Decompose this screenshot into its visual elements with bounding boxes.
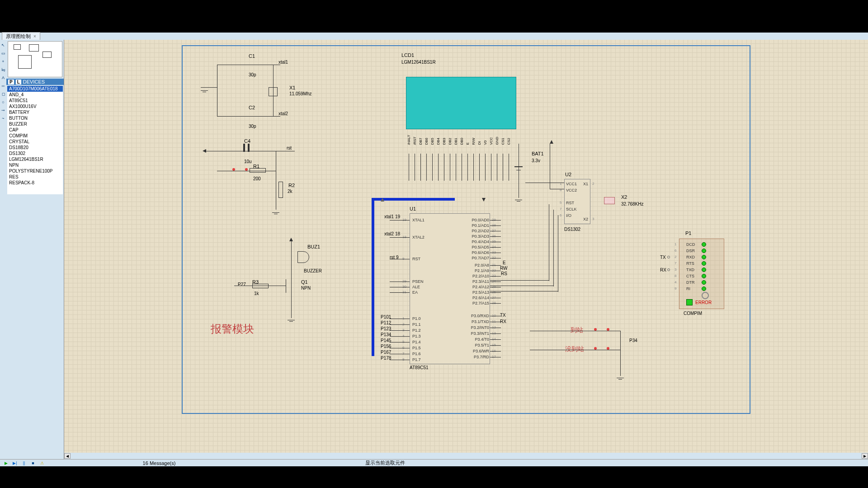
l-button[interactable]: L <box>16 80 21 84</box>
wire <box>490 351 501 352</box>
pin-label: P3.2/INT0 <box>462 325 489 330</box>
lcd-pin-label: VCC <box>489 137 493 145</box>
junction-tool-icon[interactable]: + <box>0 58 6 65</box>
pin-label: P1.4 <box>412 340 421 344</box>
val-q1: NPN <box>301 286 311 291</box>
p-button[interactable]: P <box>8 80 14 84</box>
device-item[interactable]: BUZZER <box>7 121 63 127</box>
device-item[interactable]: DS18B20 <box>7 145 63 150</box>
val-c1: 30p <box>249 72 256 77</box>
text-tool-icon[interactable]: A <box>0 75 6 81</box>
device-item[interactable]: BUTTON <box>7 115 63 121</box>
device-item[interactable]: RES <box>7 174 63 180</box>
scroll-right-icon[interactable]: ▶ <box>862 453 868 459</box>
wire <box>490 322 501 322</box>
pin-tool-icon[interactable]: ⊸ <box>0 107 6 113</box>
device-item[interactable]: COMPIM <box>7 133 63 139</box>
component-tool-icon[interactable]: ▭ <box>0 50 6 56</box>
label-tool-icon[interactable]: ㏒ <box>0 66 6 73</box>
device-item[interactable]: NPN <box>7 162 63 168</box>
lcd-pin-label: E <box>466 142 470 145</box>
button-dot <box>607 347 609 350</box>
wire <box>490 328 501 328</box>
subcircuit-tool-icon[interactable]: ◻ <box>0 91 6 97</box>
wire <box>201 87 217 88</box>
warning-icon[interactable]: ⚠ <box>38 460 46 466</box>
net-xtal2: xtal2 <box>278 111 288 116</box>
cap-plate <box>248 144 250 152</box>
bus-tool-icon[interactable]: ═ <box>0 83 6 89</box>
pin-num: 8 <box>675 274 676 278</box>
pin-label: CTS <box>686 274 694 278</box>
terminal-tool-icon[interactable]: ○ <box>0 99 6 105</box>
wire <box>217 65 217 116</box>
wire <box>509 154 509 181</box>
device-item[interactable]: BATTERY <box>7 109 63 115</box>
pin-label: DSR <box>686 249 695 253</box>
pin-label: P0.1/AD1 <box>462 223 489 228</box>
schematic-canvas[interactable]: C1 30p C2 30p X1 11.059Mhz xtal1 xtal2 C… <box>64 40 868 459</box>
device-item[interactable]: AND_4 <box>7 92 63 98</box>
wire <box>490 265 501 266</box>
close-icon[interactable]: × <box>33 34 36 39</box>
device-item[interactable]: DS1302 <box>7 150 63 156</box>
lcd-pin-label: V0 <box>483 141 487 145</box>
device-item[interactable]: CRYSTAL <box>7 139 63 145</box>
horizontal-scrollbar[interactable]: ◀ ▶ <box>64 453 868 459</box>
graph-tool-icon[interactable]: ~ <box>0 115 6 122</box>
pin-num: 4 <box>675 280 676 284</box>
resistor-r1 <box>250 168 266 173</box>
play-button[interactable]: ▶ <box>2 460 10 466</box>
wire <box>490 220 501 221</box>
wire <box>390 360 410 360</box>
step-button[interactable]: ▶| <box>11 460 19 466</box>
wire <box>473 154 474 181</box>
pin-label: P0.7/AD7 <box>462 256 489 260</box>
devices-label: DEVICES <box>23 79 45 84</box>
wire <box>620 331 621 376</box>
pin-label: VCC1 <box>566 182 577 186</box>
wire <box>490 345 501 346</box>
pin-label: ALE <box>412 285 420 289</box>
net-tx2: TX <box>500 313 506 318</box>
ref-c1: C1 <box>249 53 255 59</box>
pin-num: 5 <box>560 201 561 205</box>
net-xtal1: xtal1 <box>278 60 288 65</box>
status-led-icon <box>702 242 706 247</box>
tab-schematic[interactable]: 原理图绘制 × <box>2 32 40 41</box>
device-item[interactable]: AX1000U16V <box>7 103 63 109</box>
overview-pane[interactable] <box>8 41 62 77</box>
pin-num: 6 <box>675 249 676 253</box>
pin-label: P1.0 <box>412 316 421 321</box>
wire <box>390 354 410 354</box>
pin-label: P2.3/A11 <box>462 279 489 284</box>
device-item[interactable]: A700D107M006ATE018 <box>7 86 63 92</box>
pin-label: X1 <box>583 182 588 186</box>
power-arrow-icon <box>550 140 553 144</box>
pin-label: P2.5/A13 <box>462 290 489 295</box>
status-led-icon <box>702 280 706 285</box>
ref-c4: C4 <box>244 138 250 144</box>
pin-label: P2.4/A12 <box>462 285 489 289</box>
device-item[interactable]: CAP <box>7 127 63 133</box>
wire <box>491 154 491 181</box>
pin-label: P1.3 <box>412 334 421 338</box>
stop-button[interactable]: ■ <box>29 460 37 466</box>
pin-label: P2.2/A10 <box>462 274 489 278</box>
val-r3: 1k <box>254 291 259 296</box>
device-item[interactable]: POLYSTYRENE100P <box>7 168 63 174</box>
lcd-pin-label: GND <box>495 137 499 145</box>
selection-tool-icon[interactable]: ↖ <box>0 42 6 48</box>
device-item[interactable]: RESPACK-8 <box>7 180 63 186</box>
device-item[interactable]: LGM12641BS1R <box>7 156 63 162</box>
lcd-display <box>406 77 516 129</box>
ref-u1: U1 <box>410 206 416 211</box>
wire <box>490 271 501 271</box>
device-list[interactable]: A700D107M006ATE018AND_4AT89C51AX1000U16V… <box>7 86 63 194</box>
ref-lcd1: LCD1 <box>401 52 414 58</box>
device-item[interactable]: AT89C51 <box>7 98 63 103</box>
pause-button[interactable]: || <box>20 460 28 466</box>
crystal-x1 <box>269 87 278 96</box>
messages-count[interactable]: 16 Message(s) <box>46 460 272 466</box>
scroll-left-icon[interactable]: ◀ <box>64 453 71 459</box>
